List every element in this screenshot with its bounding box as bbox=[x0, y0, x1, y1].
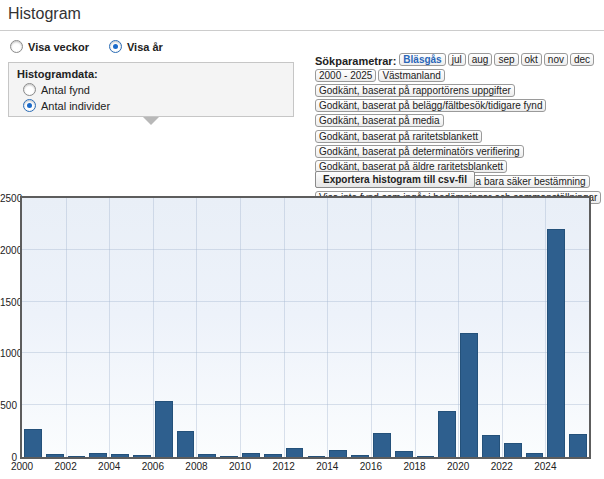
radio-option-antal-individer[interactable]: Antal individer bbox=[23, 99, 285, 112]
bar-2006 bbox=[155, 401, 173, 457]
bar-2018 bbox=[417, 456, 435, 457]
gridline-horizontal bbox=[22, 301, 589, 302]
x-tick-label: 2024 bbox=[528, 461, 562, 472]
search-tag[interactable]: 2000 - 2025 bbox=[315, 69, 376, 82]
bar-2000 bbox=[24, 429, 42, 457]
panel-pointer-triangle bbox=[143, 117, 159, 125]
x-tick-label: 2012 bbox=[267, 461, 301, 472]
bar-2023 bbox=[526, 453, 544, 457]
x-tick-label: 2008 bbox=[179, 461, 213, 472]
y-tick-label: 2500 bbox=[0, 193, 17, 204]
gridline-horizontal bbox=[22, 352, 589, 353]
view-toggle-group: Visa veckorVisa år bbox=[10, 40, 163, 53]
radio-option-antal-fynd[interactable]: Antal fynd bbox=[23, 83, 285, 96]
bar-2008 bbox=[198, 454, 216, 457]
search-tag[interactable]: okt bbox=[521, 53, 542, 66]
bar-2017 bbox=[395, 451, 413, 457]
x-tick-label: 2022 bbox=[485, 461, 519, 472]
radio-label: Visa veckor bbox=[28, 41, 89, 53]
bar-2025 bbox=[569, 434, 587, 457]
gridline-vertical bbox=[458, 198, 459, 457]
gridline-vertical bbox=[327, 198, 328, 457]
bar-2005 bbox=[133, 455, 151, 457]
header-divider bbox=[0, 30, 604, 31]
radio-icon[interactable] bbox=[23, 99, 36, 112]
x-tick-label: 2020 bbox=[441, 461, 475, 472]
bar-2003 bbox=[89, 453, 107, 457]
bar-2014 bbox=[329, 450, 347, 457]
bar-2020 bbox=[460, 333, 478, 457]
bar-2004 bbox=[111, 454, 129, 457]
search-tag[interactable]: Godkänt, baserat på belägg/fältbesök/tid… bbox=[315, 99, 546, 112]
search-tag[interactable]: dec bbox=[570, 53, 594, 66]
radio-icon[interactable] bbox=[10, 40, 23, 53]
page-title: Histogram bbox=[8, 5, 81, 23]
bar-2009 bbox=[220, 456, 238, 457]
bar-2015 bbox=[351, 455, 369, 457]
x-tick-label: 2006 bbox=[136, 461, 170, 472]
radio-label: Visa år bbox=[127, 41, 163, 53]
search-tag[interactable]: nov bbox=[544, 53, 568, 66]
search-parameters-label: Sökparametrar: bbox=[315, 55, 396, 67]
search-tag[interactable]: Godkänt, baserat på media bbox=[315, 114, 444, 127]
bar-2007 bbox=[177, 431, 195, 457]
search-tag[interactable]: sep bbox=[494, 53, 518, 66]
radio-option-visa-r[interactable]: Visa år bbox=[109, 40, 163, 53]
gridline-vertical bbox=[153, 198, 154, 457]
y-tick-label: 1000 bbox=[0, 348, 17, 359]
radio-label: Antal fynd bbox=[41, 84, 90, 96]
plot-area bbox=[20, 196, 591, 459]
gridline-vertical bbox=[545, 198, 546, 457]
search-tag[interactable]: Bläsgås bbox=[399, 53, 445, 66]
gridline-vertical bbox=[240, 198, 241, 457]
search-tag[interactable]: Godkänt, baserat på determinatörs verifi… bbox=[315, 145, 524, 158]
radio-icon[interactable] bbox=[23, 83, 36, 96]
radio-label: Antal individer bbox=[41, 100, 110, 112]
bar-2013 bbox=[308, 456, 326, 457]
x-tick-label: 2018 bbox=[398, 461, 432, 472]
gridline-horizontal bbox=[22, 404, 589, 405]
bar-2016 bbox=[373, 433, 391, 457]
x-tick-label: 2016 bbox=[354, 461, 388, 472]
search-tag[interactable]: jul bbox=[448, 53, 466, 66]
y-tick-label: 2000 bbox=[0, 245, 17, 256]
bar-2011 bbox=[264, 454, 282, 457]
search-tag[interactable]: Godkänt, baserat på raritetsblankett bbox=[315, 130, 482, 143]
y-tick-label: 500 bbox=[0, 400, 17, 411]
gridline-horizontal bbox=[22, 249, 589, 250]
search-tag[interactable]: aug bbox=[468, 53, 493, 66]
gridline-vertical bbox=[502, 198, 503, 457]
histogramdata-options: Antal fyndAntal individer bbox=[17, 83, 285, 112]
export-csv-button[interactable]: Exportera histogram till csv-fil bbox=[315, 171, 475, 188]
search-tag[interactable]: Västmanland bbox=[378, 69, 444, 82]
gridline-vertical bbox=[284, 198, 285, 457]
x-tick-label: 2004 bbox=[92, 461, 126, 472]
y-tick-label: 1500 bbox=[0, 297, 17, 308]
histogramdata-legend: Histogramdata: bbox=[17, 68, 285, 80]
x-tick-label: 2002 bbox=[49, 461, 83, 472]
histogram-page: Histogram Visa veckorVisa år Histogramda… bbox=[0, 0, 604, 479]
search-tag[interactable]: Visa bara säker bestämning bbox=[458, 175, 590, 188]
radio-option-visa-veckor[interactable]: Visa veckor bbox=[10, 40, 89, 53]
bar-2019 bbox=[438, 411, 456, 457]
radio-icon[interactable] bbox=[109, 40, 122, 53]
bar-2022 bbox=[504, 443, 522, 458]
gridline-vertical bbox=[415, 198, 416, 457]
bar-2021 bbox=[482, 435, 500, 457]
search-tag[interactable]: Godkänt, baserat på rapportörens uppgift… bbox=[315, 84, 515, 97]
x-tick-label: 2014 bbox=[310, 461, 344, 472]
gridline-vertical bbox=[109, 198, 110, 457]
bar-2010 bbox=[242, 453, 260, 457]
x-tick-label: 2010 bbox=[223, 461, 257, 472]
histogramdata-panel: Histogramdata: Antal fyndAntal individer bbox=[8, 62, 294, 117]
gridline-vertical bbox=[196, 198, 197, 457]
bar-2024 bbox=[547, 229, 565, 457]
bar-2002 bbox=[68, 456, 86, 457]
x-tick-label: 2000 bbox=[5, 461, 39, 472]
gridline-vertical bbox=[371, 198, 372, 457]
bar-2001 bbox=[46, 454, 64, 457]
bar-2012 bbox=[286, 448, 304, 457]
gridline-vertical bbox=[66, 198, 67, 457]
